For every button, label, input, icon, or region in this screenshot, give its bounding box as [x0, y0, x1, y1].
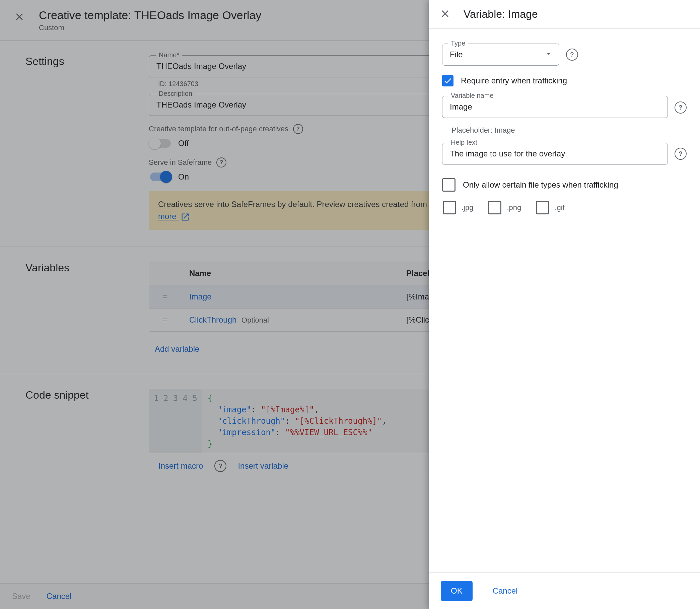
varname-label: Variable name — [448, 92, 496, 100]
panel-footer: OK Cancel — [429, 573, 700, 609]
filetype-jpg-label: .jpg — [461, 203, 473, 212]
type-row: Type File ? — [442, 44, 687, 66]
help-icon[interactable]: ? — [566, 49, 578, 60]
ok-button[interactable]: OK — [441, 581, 473, 601]
file-types-row: .jpg .png .gif — [442, 201, 687, 214]
help-icon[interactable]: ? — [675, 102, 687, 114]
filetype-jpg[interactable]: .jpg — [443, 201, 473, 214]
filetype-jpg-checkbox[interactable] — [443, 201, 456, 214]
panel-title: Variable: Image — [463, 8, 538, 20]
filetype-gif[interactable]: .gif — [536, 201, 564, 214]
require-entry-checkbox[interactable] — [442, 75, 454, 86]
close-icon — [439, 8, 451, 19]
require-entry-label: Require entry when trafficking — [461, 76, 567, 85]
panel-header: Variable: Image — [429, 0, 700, 29]
varname-subtext: Placeholder: Image — [442, 125, 687, 135]
variable-panel: Variable: Image Type File ? Require entr… — [429, 0, 700, 609]
only-allow-label: Only allow certain file types when traff… — [463, 180, 618, 190]
type-label: Type — [448, 39, 468, 47]
check-icon — [443, 76, 453, 85]
help-icon[interactable]: ? — [675, 148, 687, 160]
only-allow-checkbox[interactable] — [442, 178, 455, 192]
filetype-png[interactable]: .png — [488, 201, 521, 214]
type-value: File — [450, 50, 463, 59]
close-panel-button[interactable] — [439, 8, 451, 20]
help-text-label: Help text — [448, 139, 480, 146]
filetype-gif-label: .gif — [555, 203, 564, 212]
only-allow-row[interactable]: Only allow certain file types when traff… — [442, 178, 687, 192]
chevron-down-icon — [544, 49, 553, 60]
panel-cancel-button[interactable]: Cancel — [483, 581, 528, 601]
filetype-gif-checkbox[interactable] — [536, 201, 549, 214]
require-entry-row[interactable]: Require entry when trafficking — [442, 75, 687, 86]
filetype-png-checkbox[interactable] — [488, 201, 502, 214]
filetype-png-label: .png — [507, 203, 521, 212]
